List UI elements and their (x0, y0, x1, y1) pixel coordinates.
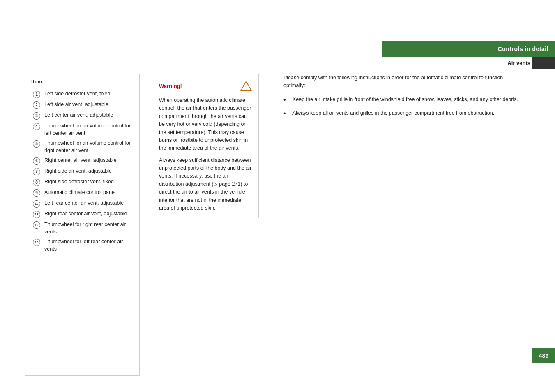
item-number: 8 (31, 179, 42, 186)
item-number: 2 (31, 101, 42, 109)
warning-label: Warning! (159, 83, 182, 89)
item-number: 13 (31, 239, 42, 246)
item-number: 1 (31, 91, 42, 98)
section-title: Controls in detail (498, 46, 548, 52)
warning-header: Warning! ! (159, 80, 252, 92)
content-area: Item 1 Left side defroster vent, fixed 2… (25, 74, 530, 376)
items-table: Item 1 Left side defroster vent, fixed 2… (25, 74, 140, 376)
item-label: Automatic climate control panel (44, 189, 133, 196)
circle-number: 13 (33, 239, 40, 246)
item-label: Right rear center air vent, adjustable (44, 210, 133, 218)
bullet-dot: • (283, 97, 289, 103)
circle-number: 6 (33, 157, 40, 165)
warning-column: Warning! ! When operating the automatic … (140, 74, 271, 376)
warning-text: When operating the automatic climate con… (159, 97, 252, 212)
item-label: Right side defroster vent, fixed (44, 178, 133, 186)
page-subtitle: Air vents (507, 60, 530, 66)
item-label: Right center air vent, adjustable (44, 157, 133, 164)
circle-number: 10 (33, 200, 40, 208)
list-item: 3 Left center air vent, adjustable (31, 112, 133, 120)
circle-number: 4 (33, 123, 40, 130)
list-item: 12 Thumbwheel for right rear center air … (31, 221, 133, 235)
item-number: 11 (31, 211, 42, 218)
circle-number: 11 (33, 211, 40, 218)
page-number-box: 489 (532, 348, 555, 363)
subheader-accent-box (532, 57, 555, 69)
warning-triangle-icon: ! (240, 80, 252, 92)
section-header-bar: Controls in detail (382, 41, 555, 57)
list-item: 8 Right side defroster vent, fixed (31, 178, 133, 186)
list-item: 11 Right rear center air vent, adjustabl… (31, 210, 133, 218)
item-label: Left rear center air vent, adjustable (44, 200, 133, 207)
circle-number: 3 (33, 112, 40, 120)
item-label: Thumbwheel for air volume control for ri… (44, 140, 133, 154)
list-item: 9 Automatic climate control panel (31, 189, 133, 197)
item-label: Left side air vent, adjustable (44, 101, 133, 108)
circle-number: 2 (33, 101, 40, 109)
circle-number: 1 (33, 91, 40, 98)
list-item: 6 Right center air vent, adjustable (31, 157, 133, 165)
list-item: 13 Thumbwheel for left rear center air v… (31, 238, 133, 253)
circle-number: 9 (33, 189, 40, 197)
item-number: 7 (31, 168, 42, 175)
list-item: 5 Thumbwheel for air volume control for … (31, 140, 133, 154)
circle-number: 7 (33, 168, 40, 175)
page-number: 489 (539, 353, 548, 359)
item-label: Thumbwheel for right rear center air ven… (44, 221, 133, 235)
items-column-header: Item (31, 78, 133, 86)
item-number: 9 (31, 189, 42, 197)
list-item: 1 Left side defroster vent, fixed (31, 90, 133, 98)
bullet-list: •Keep the air intake grille in front of … (283, 96, 522, 118)
item-label: Left side defroster vent, fixed (44, 90, 133, 98)
bullet-dot: • (283, 110, 289, 117)
item-label: Thumbwheel for air volume control for le… (44, 122, 133, 137)
list-item: 2 Left side air vent, adjustable (31, 101, 133, 109)
circle-number: 8 (33, 179, 40, 186)
warning-box: Warning! ! When operating the automatic … (152, 74, 259, 218)
bullet-text: Always keep all air vents and grilles in… (292, 109, 494, 117)
item-label: Left center air vent, adjustable (44, 112, 133, 119)
item-number: 6 (31, 157, 42, 165)
list-item: 4 Thumbwheel for air volume control for … (31, 122, 133, 137)
bullet-text: Keep the air intake grille in front of t… (292, 96, 518, 104)
list-item: •Always keep all air vents and grilles i… (283, 109, 522, 117)
item-number: 5 (31, 140, 42, 148)
item-number: 10 (31, 200, 42, 208)
list-item: 7 Right side air vent, adjustable (31, 168, 133, 175)
item-number: 3 (31, 112, 42, 120)
svg-text:!: ! (245, 84, 247, 90)
item-label: Right side air vent, adjustable (44, 168, 133, 175)
item-number: 4 (31, 123, 42, 130)
item-label: Thumbwheel for left rear center air vent… (44, 238, 133, 253)
item-number: 12 (31, 221, 42, 229)
circle-number: 5 (33, 140, 40, 148)
right-intro-text: Please comply with the following instruc… (283, 74, 522, 90)
right-column: Please comply with the following instruc… (271, 74, 530, 376)
circle-number: 12 (33, 221, 40, 229)
list-item: 10 Left rear center air vent, adjustable (31, 200, 133, 208)
list-item: •Keep the air intake grille in front of … (283, 96, 522, 104)
